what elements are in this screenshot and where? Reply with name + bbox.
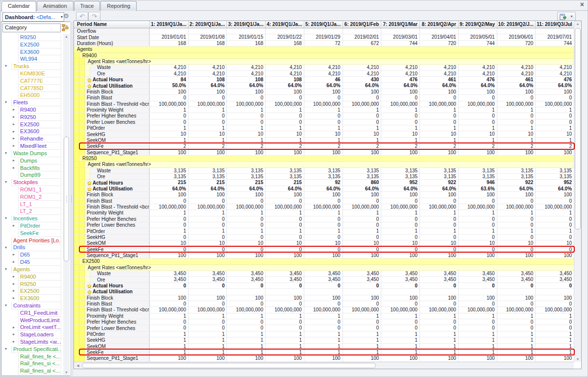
grid-cell[interactable] [497,289,536,294]
grid-cell[interactable]: 100 [535,192,574,197]
grid-cell[interactable]: 1 [188,313,227,319]
grid-cell[interactable]: 3,450 [419,271,458,276]
grid-cell[interactable]: 10 [458,131,497,137]
grid-cell[interactable]: 2 [535,143,574,149]
grid-cell[interactable] [497,28,536,34]
grid-cell[interactable]: 2019/02/01 [343,34,381,40]
grid-cell[interactable]: 100,000,000 [497,204,536,210]
grid-cell[interactable]: 100 [419,295,458,301]
grid-cell[interactable]: 0 [381,119,419,125]
grid-cell[interactable]: 1 [458,350,497,355]
grid-cell[interactable]: 744 [458,41,497,46]
grid-cell[interactable]: 100 [497,150,536,155]
sidebar-item[interactable]: Rail_fines_fe <... [2,353,61,360]
grid-cell[interactable] [535,289,574,294]
grid-cell[interactable]: 100 [419,253,458,258]
chevron-right-icon[interactable]: ▸ [13,122,15,126]
grid-cell[interactable]: 100,000,000 [535,307,574,312]
grid-cell[interactable]: 10 [535,240,574,246]
sidebar-item[interactable]: ▸OreLimit <wetT... [2,324,61,331]
grid-cell[interactable]: 1 [188,138,227,143]
grid-cell[interactable]: 952 [535,180,574,185]
grid-cell[interactable]: 100 [149,355,188,361]
grid-cell[interactable]: 0 [419,235,458,240]
grid-cell[interactable]: 100 [458,150,497,155]
period-name-header[interactable]: Period Name [74,21,149,28]
grid-cell[interactable]: 1 [226,331,265,337]
sidebar-item[interactable]: CAT785D [2,85,61,92]
grid-cell[interactable]: 0 [343,301,381,306]
grid-cell[interactable]: 100 [188,150,227,155]
grid-cell[interactable]: 1 [149,344,188,349]
grid-cell[interactable]: 0 [497,222,536,228]
grid-cell[interactable]: 3,135 [226,168,265,173]
grid-cell[interactable]: 2019/01/01 [149,34,188,40]
grid-cell[interactable]: 461 [497,77,536,82]
grid-cell[interactable]: 0 [381,198,419,204]
grid-cell[interactable]: 0 [188,283,227,288]
grid-cell[interactable] [226,289,265,294]
grid-cell[interactable]: 0 [343,119,381,125]
grid-cell[interactable]: 1 [458,138,497,143]
grid-cell[interactable] [381,289,419,294]
chevron-right-icon[interactable]: ▸ [13,158,15,163]
grid-cell[interactable]: 4,210 [535,65,574,70]
sidebar-item[interactable]: Rail_fines_si <... [2,360,61,368]
grid-cell[interactable]: 0 [381,325,419,330]
grid-cell[interactable]: 3,135 [381,174,419,179]
grid-cell[interactable]: 1 [265,107,304,113]
dashboard-select[interactable]: Dashboard: <Defa... ▾ [2,12,64,22]
export-menu-caret[interactable]: ▾ [568,12,576,22]
chevron-down-icon[interactable]: ▾ [5,151,7,155]
grid-cell[interactable]: 0 [188,113,227,118]
grid-cell[interactable]: 1 [419,107,458,113]
grid-cell[interactable]: 1 [149,138,188,143]
grid-cell[interactable]: 64.0% [343,186,381,191]
sidebar-item[interactable]: ▸MixedFleet [2,142,61,150]
grid-cell[interactable]: 1 [535,107,574,113]
period-column-header[interactable]: 3: 2019/Q1/Ja... [226,21,265,28]
grid-cell[interactable]: 0 [381,95,419,100]
sidebar-item[interactable]: Agent Priorities [Lo... [2,237,61,244]
grid-cell[interactable]: 1 [458,337,497,343]
grid-cell[interactable]: 100,000,000 [149,204,188,210]
grid-cell[interactable]: 0 [304,216,343,222]
grid-cell[interactable]: 3,450 [458,277,497,282]
chevron-down-icon[interactable]: ▾ [5,216,7,220]
grid-cell[interactable]: 1 [458,344,497,349]
grid-cell[interactable]: 0 [419,222,458,228]
grid-cell[interactable]: 3,135 [419,174,458,179]
grid-cell[interactable]: 1 [343,138,381,143]
grid-cell[interactable]: 1 [497,125,536,131]
vertical-scroll-thumb[interactable] [575,28,581,230]
sidebar-item[interactable]: Dump99 [2,171,61,179]
grid-cell[interactable]: 2019/01/22 [265,34,304,40]
grid-cell[interactable]: 168 [149,41,188,46]
grid-cell[interactable]: 3,135 [188,168,227,173]
sidebar-item[interactable]: WL994 [2,55,61,63]
grid-cell[interactable] [343,289,381,294]
grid-cell[interactable]: 476 [458,77,497,82]
tab-trace[interactable]: Trace [74,1,100,11]
grid-cell[interactable]: 1 [149,107,188,113]
grid-cell[interactable] [304,28,343,34]
grid-cell[interactable]: 100 [265,150,304,155]
grid-cell[interactable]: 64.0% [188,186,227,191]
grid-cell[interactable]: 1 [149,350,188,355]
grid-cell[interactable] [419,289,458,294]
grid-cell[interactable]: 3,450 [419,277,458,282]
sidebar-item[interactable]: ▸PitOrder [2,222,61,230]
grid-cell[interactable]: 64.0% [458,83,497,88]
grid-cell[interactable]: 100 [535,355,574,361]
grid-cell[interactable]: 10 [343,240,381,246]
grid-cell[interactable]: 0 [497,95,536,100]
grid-cell[interactable]: 1 [497,350,536,355]
grid-cell[interactable]: 3,135 [265,168,304,173]
grid-cell[interactable]: 1 [381,350,419,355]
grid-cell[interactable]: 4,210 [226,71,265,76]
grid-cell[interactable]: 0 [265,325,304,330]
grid-cell[interactable]: 3,135 [343,174,381,179]
grid-cell[interactable]: 0 [419,319,458,325]
grid-cell[interactable]: 1 [343,344,381,349]
grid-cell[interactable]: 10 [226,131,265,137]
